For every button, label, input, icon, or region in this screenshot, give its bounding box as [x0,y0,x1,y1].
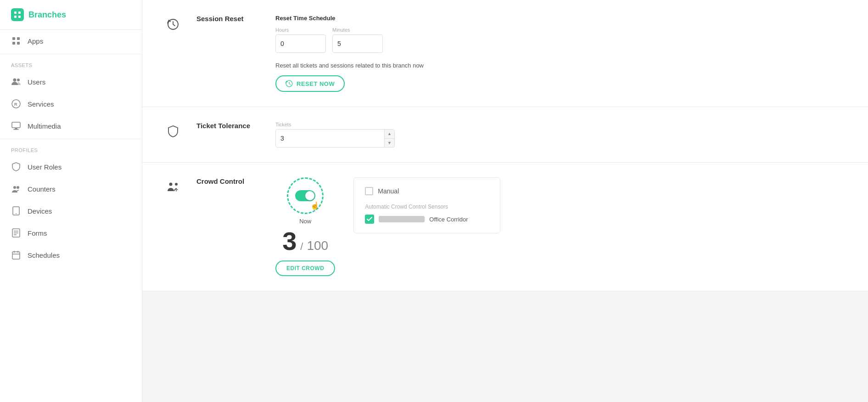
reset-now-button[interactable]: RESET NOW [275,75,345,92]
svg-rect-7 [17,42,20,45]
svg-point-8 [13,79,17,82]
sidebar-item-schedules[interactable]: Schedules [0,244,142,266]
sidebar-item-users-label: Users [28,78,45,86]
crowd-slash: / [300,241,303,253]
time-inputs: Hours ▲ ▼ Minutes [275,27,846,53]
reset-description: Reset all tickets and sessions related t… [275,62,846,69]
tickets-spinner-buttons: ▲ ▼ [384,130,394,147]
svg-rect-13 [15,128,17,129]
svg-rect-2 [14,16,17,18]
manual-row: Manual [365,187,489,195]
crowd-max: 100 [307,238,328,253]
sidebar-item-apps-label: Apps [28,37,43,45]
tickets-down-btn[interactable]: ▼ [384,139,394,147]
crowd-toggle-ring[interactable]: ☝ [287,177,324,214]
svg-point-18 [16,213,17,214]
tickets-label: Tickets [275,122,846,127]
crowd-section: ☝ Now 3 / 100 EDIT CROWD [275,177,846,276]
sensor-item: Office Corridor [365,215,489,224]
minutes-field: Minutes ▲ ▼ [332,27,383,53]
crowd-control-title: Crowd Control [196,177,261,185]
badge-icon [11,162,21,172]
reset-time-schedule-label: Reset Time Schedule [275,15,846,22]
session-reset-section: Session Reset Reset Time Schedule Hours … [142,0,868,107]
manual-label: Manual [378,187,399,195]
minutes-label: Minutes [332,27,383,33]
crowd-toggle-switch[interactable] [295,190,315,201]
toggle-knob [305,191,314,200]
schedules-icon [11,250,21,260]
crowd-main: ☝ Now 3 / 100 EDIT CROWD [275,177,335,276]
svg-rect-14 [13,129,19,130]
forms-icon [11,228,21,238]
crowd-current: 3 [282,228,297,254]
tickets-input[interactable] [276,135,384,142]
svg-rect-5 [17,37,20,40]
svg-point-15 [13,186,16,189]
tickets-field: Tickets ▲ ▼ [275,122,846,147]
sidebar-item-counters-label: Counters [28,185,56,193]
sidebar-item-multimedia-label: Multimedia [28,122,61,130]
crowd-control-content: ☝ Now 3 / 100 EDIT CROWD [275,177,846,276]
sidebar-divider-2 [0,139,142,139]
edit-crowd-button[interactable]: EDIT CROWD [275,260,335,276]
ticket-tolerance-icon [164,123,182,140]
tickets-up-btn[interactable]: ▲ [384,130,394,139]
svg-rect-23 [12,252,20,259]
monitor-icon [11,121,21,131]
sidebar-item-user-roles[interactable]: User Roles [0,156,142,178]
sensor-bar [379,216,425,222]
sidebar-item-forms-label: Forms [28,229,47,237]
hours-field: Hours ▲ ▼ [275,27,326,53]
svg-rect-1 [18,11,21,14]
session-reset-icon [164,16,182,33]
svg-rect-6 [12,42,15,45]
section-profiles-label: Profiles [0,141,142,156]
svg-rect-3 [18,16,21,18]
branches-icon [11,8,24,21]
session-reset-content: Reset Time Schedule Hours ▲ ▼ M [275,15,846,92]
sidebar-brand[interactable]: Branches [0,0,142,30]
reset-now-icon [286,80,293,87]
sidebar-item-schedules-label: Schedules [28,251,60,259]
ticket-tolerance-section: Ticket Tolerance Tickets ▲ ▼ [142,107,868,163]
svg-rect-12 [12,122,20,128]
crowd-control-section: Crowd Control ☝ Now 3 / [142,163,868,291]
sidebar-item-devices[interactable]: Devices [0,200,142,222]
sidebar-item-apps[interactable]: Apps [0,30,142,52]
sidebar-item-multimedia[interactable]: Multimedia [0,115,142,137]
svg-text:R: R [14,102,17,107]
main-content: Session Reset Reset Time Schedule Hours … [142,0,868,402]
ticket-tolerance-content: Tickets ▲ ▼ [275,122,846,147]
sidebar-item-user-roles-label: User Roles [28,163,62,171]
sidebar-item-services[interactable]: R Services [0,93,142,115]
reset-now-label: RESET NOW [297,80,335,87]
crowd-now-label: Now [299,218,311,225]
crowd-control-icon [164,178,182,196]
ticket-tolerance-title: Ticket Tolerance [196,122,261,130]
svg-point-16 [17,186,19,189]
services-icon: R [11,99,21,109]
section-assets-label: Assets [0,56,142,71]
hours-input[interactable] [276,40,326,47]
svg-point-9 [17,79,20,81]
sensor-check-icon[interactable] [365,215,374,224]
counters-icon [11,184,21,194]
minutes-input[interactable] [333,40,383,47]
edit-crowd-label: EDIT CROWD [286,265,324,272]
auto-sensors-label: Automatic Crowd Control Sensors [365,204,489,210]
tickets-spinner: ▲ ▼ [275,129,395,147]
sensor-card: Manual Automatic Crowd Control Sensors O… [353,177,500,233]
checkmark-icon [367,217,372,221]
sidebar-item-forms[interactable]: Forms [0,222,142,244]
sidebar-item-devices-label: Devices [28,207,52,215]
grid-icon [11,36,21,46]
session-reset-title: Session Reset [196,15,261,23]
svg-point-29 [169,183,173,186]
sidebar-item-counters[interactable]: Counters [0,178,142,200]
manual-checkbox[interactable] [365,187,373,195]
sidebar-item-services-label: Services [28,100,54,108]
sidebar-item-users[interactable]: Users [0,71,142,93]
sidebar-divider-1 [0,54,142,54]
hours-label: Hours [275,27,326,33]
